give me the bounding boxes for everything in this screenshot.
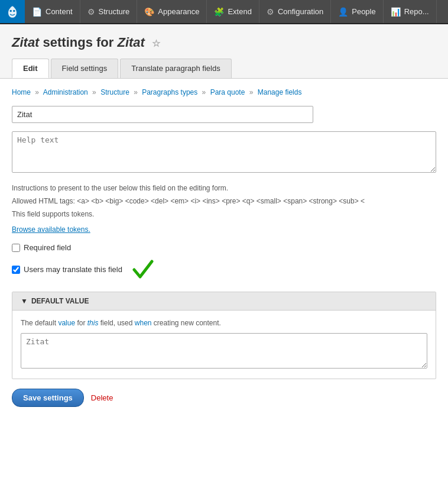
- label-input[interactable]: [12, 106, 313, 123]
- breadcrumb-sep-3: »: [134, 88, 138, 96]
- highlight-this: this: [87, 319, 99, 327]
- people-icon: 👤: [338, 7, 348, 17]
- breadcrumb-admin[interactable]: Administration: [43, 88, 88, 96]
- nav-content[interactable]: 📄 Content: [25, 0, 80, 23]
- default-value-input[interactable]: [21, 333, 427, 369]
- nav-people-label: People: [352, 7, 375, 16]
- section-header: ▼ DEFAULT VALUE: [12, 292, 436, 311]
- breadcrumb-sep-1: »: [35, 88, 39, 96]
- page-header: Zitat settings for Zitat ☆ Edit Field se…: [0, 24, 448, 79]
- section-title: DEFAULT VALUE: [31, 297, 89, 305]
- tab-translate[interactable]: Translate paragraph fields: [120, 59, 232, 78]
- appearance-icon: 🎨: [144, 7, 154, 17]
- breadcrumb-sep-5: »: [249, 88, 254, 96]
- svg-point-2: [13, 9, 15, 12]
- highlight-default: value: [58, 319, 75, 327]
- info-line2: Allowed HTML tags: <a> <b> <big> <code> …: [12, 196, 436, 206]
- required-label: Required field: [24, 243, 71, 252]
- page-title: Zitat settings for Zitat ☆: [12, 35, 436, 50]
- nav-structure-label: Structure: [99, 7, 130, 16]
- info-line3: This field supports tokens.: [12, 209, 436, 219]
- breadcrumb-home[interactable]: Home: [12, 88, 31, 96]
- breadcrumb-para-quote[interactable]: Para quote: [210, 88, 245, 96]
- nav-appearance[interactable]: 🎨 Appearance: [137, 0, 207, 23]
- tab-field-settings[interactable]: Field settings: [51, 59, 119, 78]
- delete-button[interactable]: Delete: [91, 393, 113, 402]
- tab-edit[interactable]: Edit: [12, 59, 49, 78]
- section-collapse-icon[interactable]: ▼: [21, 297, 28, 305]
- save-settings-button[interactable]: Save settings: [12, 389, 84, 407]
- info-line1: Instructions to present to the user belo…: [12, 183, 436, 193]
- content-icon: 📄: [32, 7, 42, 17]
- reports-icon: 📊: [391, 7, 401, 17]
- nav-people[interactable]: 👤 People: [331, 0, 383, 23]
- drupal-logo[interactable]: [0, 0, 25, 23]
- extend-icon: 🧩: [214, 7, 224, 17]
- main-content: Home » Administration » Structure » Para…: [0, 79, 448, 426]
- nav-structure[interactable]: ⚙ Structure: [80, 0, 138, 23]
- highlight-when: when: [135, 319, 152, 327]
- required-checkbox[interactable]: [12, 244, 20, 252]
- button-row: Save settings Delete: [12, 389, 436, 407]
- required-field-row: Required field: [12, 243, 436, 252]
- help-text-input[interactable]: [12, 131, 436, 173]
- label-field-group: [12, 106, 436, 123]
- section-body: The default value for this field, used w…: [12, 311, 436, 379]
- browse-tokens-link[interactable]: Browse available tokens.: [12, 225, 90, 234]
- page-title-italic: Zitat: [117, 35, 144, 50]
- page-title-prefix: Zitat: [12, 35, 39, 50]
- translate-checkbox[interactable]: [12, 266, 20, 274]
- nav-configuration-label: Configuration: [278, 7, 323, 16]
- tabs: Edit Field settings Translate paragraph …: [12, 59, 436, 78]
- help-text-group: [12, 131, 436, 174]
- nav-reports-label: Repo...: [404, 7, 429, 16]
- breadcrumb-manage-fields[interactable]: Manage fields: [258, 88, 302, 96]
- breadcrumb-sep-2: »: [92, 88, 96, 96]
- translate-label: Users may translate this field: [24, 265, 122, 274]
- checkmark-icon: [131, 257, 154, 282]
- default-value-section: ▼ DEFAULT VALUE The default value for th…: [12, 292, 436, 379]
- favorite-star[interactable]: ☆: [152, 38, 160, 49]
- nav-appearance-label: Appearance: [158, 7, 199, 16]
- section-description: The default value for this field, used w…: [21, 319, 427, 327]
- breadcrumb-paragraphs[interactable]: Paragraphs types: [142, 88, 197, 96]
- translate-field-row: Users may translate this field: [12, 257, 436, 282]
- nav-configuration[interactable]: ⚙ Configuration: [259, 0, 331, 23]
- nav-extend[interactable]: 🧩 Extend: [207, 0, 259, 23]
- breadcrumb-structure[interactable]: Structure: [100, 88, 129, 96]
- breadcrumb: Home » Administration » Structure » Para…: [12, 88, 436, 96]
- svg-point-1: [9, 9, 12, 12]
- nav-extend-label: Extend: [228, 7, 251, 16]
- structure-icon: ⚙: [87, 7, 95, 17]
- page-title-middle: settings for: [39, 35, 117, 50]
- top-nav: 📄 Content ⚙ Structure 🎨 Appearance 🧩 Ext…: [0, 0, 448, 24]
- breadcrumb-sep-4: »: [202, 88, 206, 96]
- config-icon: ⚙: [267, 7, 274, 17]
- nav-reports[interactable]: 📊 Repo...: [384, 0, 437, 23]
- nav-content-label: Content: [46, 7, 73, 16]
